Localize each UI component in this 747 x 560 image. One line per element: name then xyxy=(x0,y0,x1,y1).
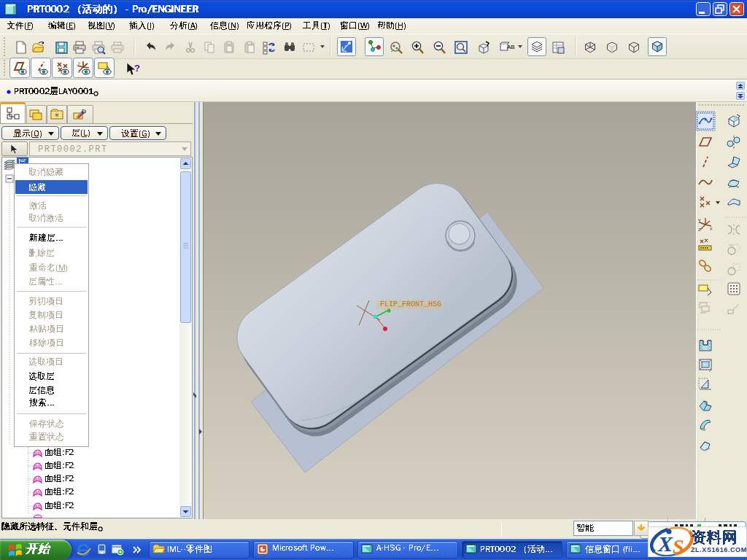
svg-text:y: y xyxy=(78,61,80,65)
svg-text:z: z xyxy=(78,69,80,74)
svg-text:?: ? xyxy=(134,63,140,74)
svg-text:z: z xyxy=(698,227,701,232)
svg-text:X: X xyxy=(657,532,673,556)
svg-text:S: S xyxy=(673,535,684,556)
svg-text:x: x xyxy=(710,226,713,231)
svg-text:y: y xyxy=(698,217,701,223)
svg-text:✳: ✳ xyxy=(54,112,60,119)
svg-text:AB: AB xyxy=(507,44,515,50)
